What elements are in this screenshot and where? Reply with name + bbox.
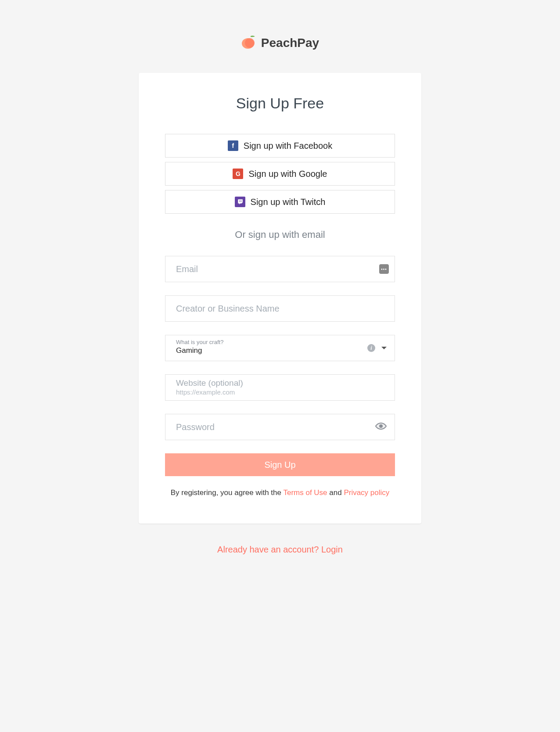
craft-value: Gaming xyxy=(176,346,364,355)
craft-select[interactable]: What is your craft? Gaming i xyxy=(165,335,395,361)
terms-text: By registering, you agree with the Terms… xyxy=(165,488,395,497)
password-field-wrap xyxy=(165,414,395,440)
website-label: Website (optional) xyxy=(176,378,384,388)
signup-google-button[interactable]: G Sign up with Google xyxy=(165,162,395,186)
business-name-input[interactable] xyxy=(165,295,395,322)
svg-point-1 xyxy=(245,38,255,48)
name-field-wrap xyxy=(165,295,395,322)
password-input[interactable] xyxy=(165,414,395,440)
login-link[interactable]: Already have an account? Login xyxy=(217,545,343,555)
peach-icon xyxy=(241,35,257,51)
email-field-wrap: ••• xyxy=(165,256,395,282)
craft-label: What is your craft? xyxy=(176,339,364,345)
signup-facebook-button[interactable]: f Sign up with Facebook xyxy=(165,134,395,158)
signup-twitch-label: Sign up with Twitch xyxy=(251,197,326,207)
signup-card: Sign Up Free f Sign up with Facebook G S… xyxy=(139,73,421,524)
website-placeholder: https://example.com xyxy=(176,388,384,396)
signup-submit-button[interactable]: Sign Up xyxy=(165,453,395,476)
signup-twitch-button[interactable]: Sign up with Twitch xyxy=(165,190,395,214)
signup-google-label: Sign up with Google xyxy=(248,169,327,179)
info-icon[interactable]: i xyxy=(367,344,375,352)
facebook-icon: f xyxy=(228,140,238,151)
svg-point-2 xyxy=(379,424,383,428)
website-input[interactable]: Website (optional) https://example.com xyxy=(165,374,395,401)
divider-text: Or sign up with email xyxy=(165,229,395,240)
chevron-down-icon xyxy=(381,347,387,349)
page-title: Sign Up Free xyxy=(165,95,395,112)
eye-icon[interactable] xyxy=(375,422,387,432)
password-manager-icon[interactable]: ••• xyxy=(379,264,389,274)
privacy-policy-link[interactable]: Privacy policy xyxy=(344,488,389,497)
signup-facebook-label: Sign up with Facebook xyxy=(244,141,332,151)
email-input[interactable] xyxy=(165,256,395,282)
google-icon: G xyxy=(233,169,243,179)
terms-of-use-link[interactable]: Terms of Use xyxy=(283,488,327,497)
twitch-icon xyxy=(235,197,245,207)
brand-logo: PeachPay xyxy=(241,35,319,51)
brand-name: PeachPay xyxy=(261,36,319,50)
